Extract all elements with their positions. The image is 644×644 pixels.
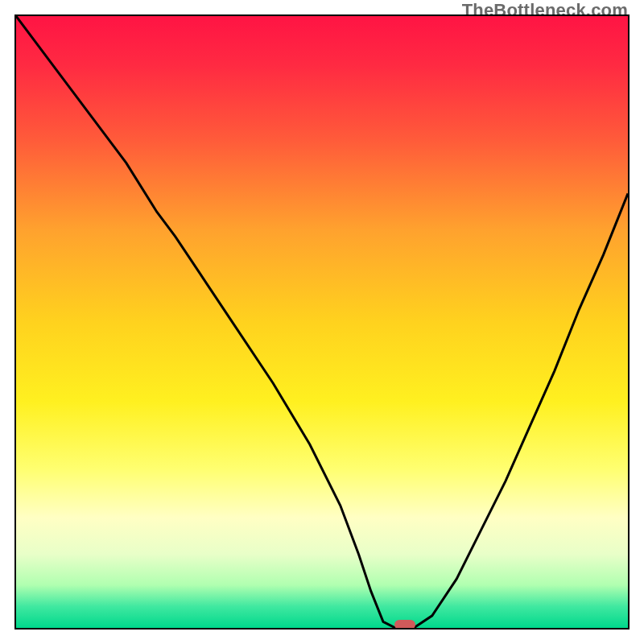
optimal-marker	[394, 620, 415, 630]
chart-frame: TheBottleneck.com	[0, 0, 644, 644]
curve-layer	[16, 16, 628, 628]
plot-area	[14, 14, 630, 630]
bottleneck-curve	[16, 16, 628, 628]
